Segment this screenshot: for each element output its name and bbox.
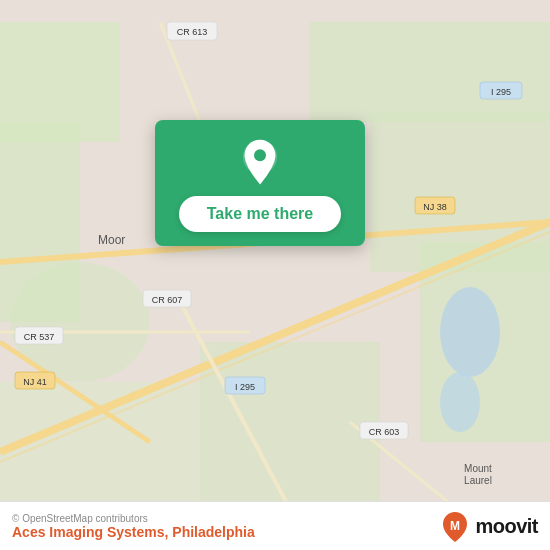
svg-text:Laurel: Laurel [464, 475, 492, 486]
svg-point-9 [440, 287, 500, 377]
pin-icon [236, 138, 284, 186]
svg-rect-7 [200, 342, 380, 522]
svg-text:NJ 38: NJ 38 [423, 202, 447, 212]
svg-text:Moor: Moor [98, 233, 125, 247]
place-name: Aces Imaging Systems, Philadelphia [12, 524, 255, 540]
svg-text:CR 603: CR 603 [369, 427, 400, 437]
take-me-there-button[interactable]: Take me there [179, 196, 341, 232]
svg-text:M: M [450, 519, 460, 533]
moovit-logo: M moovit [439, 510, 538, 542]
map-container: CR 613 I 295 NJ 38 I 295 NJ 41 CR 537 CR… [0, 0, 550, 550]
moovit-brand-icon: M [439, 510, 471, 542]
svg-text:I 295: I 295 [491, 87, 511, 97]
svg-text:I 295: I 295 [235, 382, 255, 392]
svg-text:CR 537: CR 537 [24, 332, 55, 342]
svg-text:Mount: Mount [464, 463, 492, 474]
bottom-bar: © OpenStreetMap contributors Aces Imagin… [0, 501, 550, 550]
svg-text:CR 607: CR 607 [152, 295, 183, 305]
moovit-brand-text: moovit [475, 515, 538, 538]
bottom-left: © OpenStreetMap contributors Aces Imagin… [12, 513, 255, 540]
svg-point-39 [254, 149, 266, 161]
svg-text:CR 613: CR 613 [177, 27, 208, 37]
location-card: Take me there [155, 120, 365, 246]
svg-rect-4 [310, 22, 550, 122]
attribution: © OpenStreetMap contributors [12, 513, 255, 524]
svg-text:NJ 41: NJ 41 [23, 377, 47, 387]
svg-point-10 [440, 372, 480, 432]
map-background: CR 613 I 295 NJ 38 I 295 NJ 41 CR 537 CR… [0, 0, 550, 550]
